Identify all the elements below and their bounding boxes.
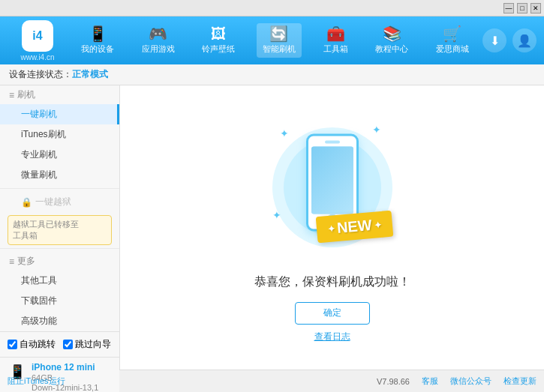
- appgame-icon: 🎮: [149, 26, 167, 41]
- sparkle-topleft-icon: ✦: [280, 127, 289, 139]
- nav-label-shop: 爱思商城: [436, 43, 469, 55]
- sidebar-item-itunes[interactable]: iTunes刷机: [0, 124, 119, 145]
- sidebar-divider-1: [0, 188, 119, 189]
- skip-guide-checkbox[interactable]: [63, 340, 73, 349]
- download-button[interactable]: ⬇: [482, 28, 506, 52]
- nav-item-mydevice[interactable]: 📱 我的设备: [75, 23, 120, 58]
- minimize-button[interactable]: —: [503, 3, 514, 13]
- nav-item-wallpaper[interactable]: 🖼 铃声壁纸: [196, 23, 241, 58]
- sidebar-section-icon: ≡: [9, 90, 14, 100]
- nav-label-mydevice: 我的设备: [81, 43, 114, 55]
- auto-start-checkbox[interactable]: [8, 340, 17, 349]
- lock-icon: 🔒: [21, 197, 32, 208]
- wallpaper-icon: 🖼: [211, 26, 226, 41]
- confirm-button[interactable]: 确定: [295, 302, 370, 325]
- version-text: V7.98.66: [377, 377, 410, 386]
- sidebar-item-pro[interactable]: 专业刷机: [0, 145, 119, 165]
- user-button[interactable]: 👤: [512, 28, 536, 52]
- new-badge-text: NEW: [336, 217, 372, 237]
- status-value: 正常模式: [72, 68, 108, 81]
- skip-guide-text: 跳过向导: [75, 338, 111, 351]
- phone-screen: [311, 146, 353, 214]
- nav-bar: 📱 我的设备 🎮 应用游戏 🖼 铃声壁纸 🔄 智能刷机 🧰 工具箱 📚 教程中心…: [68, 23, 482, 58]
- sparkle-topright-icon: ✦: [372, 124, 381, 136]
- checkbox-section: 自动跳转 跳过向导: [0, 331, 119, 357]
- sidebar-item-advanced[interactable]: 高级功能: [0, 311, 119, 331]
- content-area: ✦ ✦ ✦ ✦ NEW ✦: [120, 85, 544, 370]
- device-name: iPhone 12 mini: [32, 362, 98, 373]
- nav-label-toolbox: 工具箱: [323, 43, 348, 55]
- maximize-button[interactable]: □: [517, 3, 527, 13]
- new-ribbon: ✦ NEW ✦: [315, 210, 392, 243]
- wechat-link[interactable]: 微信公众号: [450, 376, 491, 387]
- service-link[interactable]: 客服: [422, 376, 438, 387]
- logo[interactable]: i4 www.i4.cn: [8, 20, 68, 61]
- toolbox-icon: 🧰: [326, 26, 345, 41]
- sidebar-section-label: 刷机: [17, 88, 35, 101]
- view-log-link[interactable]: 查看日志: [314, 331, 350, 343]
- bottom-right: V7.98.66 客服 微信公众号 检查更新: [377, 376, 536, 387]
- nav-item-tutorial[interactable]: 📚 教程中心: [369, 23, 414, 58]
- main-container: ≡ 刷机 一键刷机 iTunes刷机 专业刷机 微量刷机 🔒 一键越狱: [0, 85, 544, 370]
- more-section-icon: ≡: [9, 256, 14, 267]
- nav-item-shop[interactable]: 🛒 爱思商城: [430, 23, 475, 58]
- nav-label-smartflash: 智能刷机: [263, 43, 296, 55]
- sparkle-bottomleft-icon: ✦: [272, 209, 281, 221]
- jailbreak-notice: 越狱工具已转移至工具箱: [8, 215, 112, 245]
- status-bar: 设备连接状态： 正常模式: [0, 64, 544, 85]
- stop-itunes-link[interactable]: 阻止iTunes运行: [8, 376, 65, 387]
- tutorial-icon: 📚: [383, 26, 401, 41]
- header-right: ⬇ 👤: [482, 28, 536, 52]
- jailbreak-label: 一键越狱: [35, 196, 71, 208]
- nav-item-smartflash[interactable]: 🔄 智能刷机: [257, 23, 302, 58]
- close-button[interactable]: ✕: [530, 3, 541, 13]
- phone-illustration: ✦ ✦ ✦ ✦ NEW ✦: [265, 112, 400, 262]
- sidebar-item-download-firmware[interactable]: 下载固件: [0, 291, 119, 311]
- sidebar-item-other-tools[interactable]: 其他工具: [0, 271, 119, 291]
- nav-label-tutorial: 教程中心: [375, 43, 408, 55]
- star-right-icon: ✦: [374, 219, 382, 230]
- sidebar-section-more: ≡ 更多: [0, 252, 119, 271]
- status-label: 设备连接状态：: [9, 68, 72, 81]
- mydevice-icon: 📱: [89, 26, 107, 41]
- sidebar-item-jailbreak: 🔒 一键越狱: [0, 192, 119, 212]
- smartflash-icon: 🔄: [269, 26, 288, 41]
- auto-start-text: 自动跳转: [20, 338, 56, 351]
- nav-label-wallpaper: 铃声壁纸: [202, 43, 235, 55]
- star-left-icon: ✦: [326, 223, 335, 234]
- window-controls[interactable]: — □ ✕: [503, 3, 541, 13]
- header: i4 www.i4.cn 📱 我的设备 🎮 应用游戏 🖼 铃声壁纸 🔄 智能刷机…: [0, 16, 544, 64]
- logo-subtitle: www.i4.cn: [20, 53, 54, 61]
- skip-guide-label[interactable]: 跳过向导: [63, 338, 111, 351]
- auto-start-label[interactable]: 自动跳转: [8, 338, 56, 351]
- sidebar-section-flash: ≡ 刷机: [0, 85, 119, 104]
- left-panel: ≡ 刷机 一键刷机 iTunes刷机 专业刷机 微量刷机 🔒 一键越狱: [0, 85, 120, 370]
- sidebar-divider-2: [0, 248, 119, 249]
- nav-item-toolbox[interactable]: 🧰 工具箱: [317, 23, 354, 58]
- title-bar: — □ ✕: [0, 0, 544, 16]
- shop-icon: 🛒: [443, 26, 461, 41]
- bottom-left: 阻止iTunes运行: [8, 376, 65, 387]
- success-message: 恭喜您，保资料刷机成功啦！: [254, 274, 410, 290]
- new-badge: ✦ NEW ✦: [317, 214, 392, 240]
- logo-icon: i4: [22, 20, 53, 52]
- more-section-label: 更多: [17, 255, 35, 268]
- nav-label-appgame: 应用游戏: [142, 43, 175, 55]
- nav-item-appgame[interactable]: 🎮 应用游戏: [136, 23, 181, 58]
- update-link[interactable]: 检查更新: [503, 376, 536, 387]
- sidebar-item-onekey[interactable]: 一键刷机: [0, 104, 119, 124]
- sidebar: ≡ 刷机 一键刷机 iTunes刷机 专业刷机 微量刷机 🔒 一键越狱: [0, 85, 119, 331]
- sidebar-item-micro[interactable]: 微量刷机: [0, 165, 119, 185]
